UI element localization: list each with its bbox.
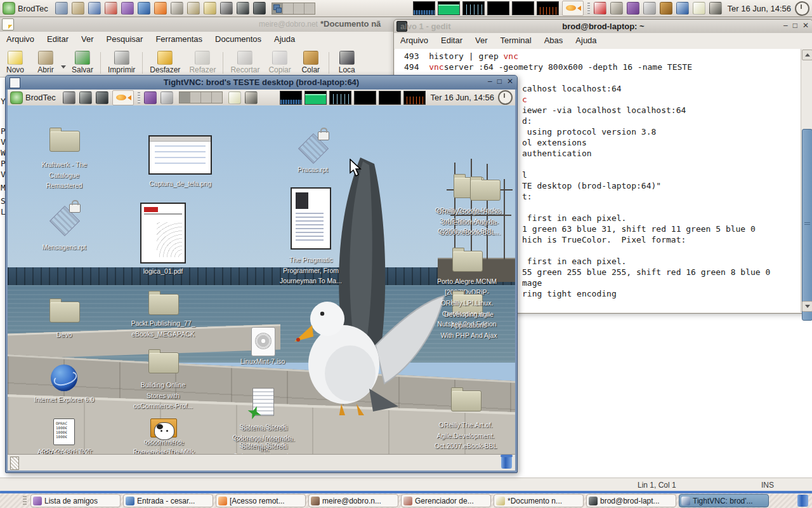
terminal-titlebar[interactable]: alvo 1 - gedit brod@brod-laptop: ~ –□✕: [394, 20, 812, 34]
calculator-icon[interactable]: [237, 2, 249, 15]
taskbar-button-tightvnc-brod-[interactable]: TightVNC: brod'...: [679, 494, 769, 507]
vnc-desktop-area[interactable]: Kraftwerk - TheCatalogueRemasteredCaptur…: [8, 105, 515, 454]
terminal-scrollbar[interactable]: [801, 49, 812, 312]
desktop-icon-kraftwerk[interactable]: [49, 131, 80, 152]
gedit-menu-arquivo[interactable]: Arquivo: [0, 32, 41, 48]
desktop-icon-linuxmint-iso[interactable]: [251, 327, 275, 356]
desktop-icon-oreilly-agile[interactable]: [451, 391, 481, 411]
workspace-cell[interactable]: [294, 3, 304, 14]
taskbar-button--acesso-remot-[interactable]: [Acesso remot...: [216, 494, 306, 507]
taskbar-button--documento-n-[interactable]: *Documento n...: [494, 494, 584, 507]
vnc-panel-clock[interactable]: Ter 16 Jun, 14:56: [431, 93, 494, 102]
toolbar-abrir-button[interactable]: Abrir: [30, 50, 61, 75]
java-icon[interactable]: [105, 2, 117, 15]
settings-gear-icon[interactable]: [627, 2, 639, 15]
workspace-cell[interactable]: [201, 92, 212, 103]
desktop-icon-porto-alegre[interactable]: [452, 251, 483, 272]
vnc-workspace-switcher[interactable]: [179, 91, 223, 104]
terminal-menu-ajuda[interactable]: Ajuda: [569, 33, 603, 49]
taskbar-button-gerenciador-de-[interactable]: Gerenciador de...: [401, 494, 491, 507]
taskbar-button-meire-dobro-n-[interactable]: meire@dobro.n...: [308, 494, 398, 507]
desktop-icon-oreilly-google-hacks[interactable]: [470, 180, 501, 201]
taskbar-button-lista-de-amigos[interactable]: Lista de amigos: [30, 494, 121, 507]
toolbar-salvar-button[interactable]: Salvar: [67, 50, 98, 75]
pidgin-icon[interactable]: [121, 2, 134, 15]
workspace-switcher[interactable]: [272, 3, 315, 15]
gedit-menu-documentos[interactable]: Documentos: [209, 32, 268, 48]
power-button-icon[interactable]: [795, 1, 809, 16]
vnc-close-button[interactable]: ✕: [507, 77, 513, 86]
vnc-mint-menu-icon[interactable]: [10, 91, 23, 104]
notes-icon[interactable]: [204, 2, 216, 15]
terminal-icon[interactable]: [253, 2, 266, 15]
taskbar-button-entrada-cesar-[interactable]: Entrada - cesar...: [123, 494, 213, 507]
panel-clock[interactable]: Ter 16 Jun, 14:56: [728, 4, 791, 13]
terminal-menu-terminal[interactable]: Terminal: [494, 33, 538, 49]
calculator-icon[interactable]: [79, 91, 92, 104]
workspace-cell[interactable]: [304, 3, 315, 14]
thunderbird-icon[interactable]: [138, 2, 150, 15]
panel-menu-label[interactable]: BrodTec: [18, 4, 48, 13]
evolution-icon[interactable]: [171, 2, 183, 15]
pen-icon[interactable]: [63, 91, 75, 104]
mail-icon[interactable]: [187, 2, 200, 15]
trash-icon[interactable]: [797, 495, 808, 507]
scrollbar-thumb[interactable]: [802, 129, 812, 321]
screen-icon[interactable]: [55, 2, 68, 15]
vnc-panel-menu-label[interactable]: BrodTec: [25, 93, 56, 102]
workspace-cell[interactable]: [283, 3, 294, 14]
scroll-up-icon[interactable]: [802, 50, 812, 60]
gedit-menu-ferramentas[interactable]: Ferramentas: [149, 32, 209, 48]
taskbar-button-brod-brod-lapt-[interactable]: brod@brod-lapt...: [586, 494, 676, 507]
desktop-icon-internet-explorer[interactable]: [51, 364, 77, 391]
volume-icon[interactable]: [245, 91, 258, 104]
vnc-minimize-button[interactable]: –: [488, 77, 492, 86]
toolbar-imprimir-button[interactable]: Imprimir: [103, 50, 140, 75]
workspace-cell[interactable]: [180, 92, 190, 103]
fish-applet-icon[interactable]: [562, 1, 584, 16]
terminal-icon[interactable]: [96, 91, 108, 104]
printer-icon[interactable]: [160, 91, 173, 104]
scroll-down-icon[interactable]: [802, 301, 812, 312]
signal-bars-icon[interactable]: [676, 2, 689, 15]
search-icon[interactable]: [610, 2, 623, 15]
toolbar-novo-button[interactable]: Novo: [0, 50, 30, 75]
taskbar-handle[interactable]: [23, 496, 27, 506]
terminal-close-button[interactable]: ✕: [802, 21, 809, 30]
terminal-menu-editar[interactable]: Editar: [435, 33, 469, 49]
gedit-menu-pesquisar[interactable]: Pesquisar: [100, 32, 150, 48]
workspace-cell[interactable]: [190, 92, 201, 103]
gedit-menu-ajuda[interactable]: Ajuda: [268, 32, 301, 48]
gedit-menu-editar[interactable]: Editar: [41, 32, 75, 48]
pen-icon[interactable]: [220, 2, 233, 15]
terminal-minimize-button[interactable]: –: [783, 21, 788, 30]
vnc-maximize-button[interactable]: □: [497, 77, 502, 86]
desktop-icon-apraga-txt[interactable]: OPRAC1000€1000€1000€: [53, 418, 75, 445]
wallet-lock-icon[interactable]: [660, 2, 672, 15]
trash-icon[interactable]: [501, 457, 512, 469]
im-status-icon[interactable]: [594, 2, 606, 15]
terminal-menu-arquivo[interactable]: Arquivo: [394, 33, 435, 49]
mint-menu-icon[interactable]: [3, 2, 15, 15]
fish-applet-icon[interactable]: [112, 90, 134, 105]
terminal-menu-ver[interactable]: Ver: [469, 33, 494, 49]
home-folder-icon[interactable]: [72, 2, 84, 15]
terminal-maximize-button[interactable]: □: [793, 21, 797, 30]
settings-gear-icon[interactable]: [144, 91, 157, 104]
show-desktop-button[interactable]: [10, 457, 19, 470]
desktop-icon-devo[interactable]: [49, 302, 80, 323]
vnc-power-button-icon[interactable]: [498, 90, 513, 105]
desktop-icon-captura-de-tela[interactable]: [148, 135, 212, 175]
gedit-menu-ver[interactable]: Ver: [75, 32, 100, 48]
printer-icon[interactable]: [643, 2, 656, 15]
brightness-icon[interactable]: [693, 2, 705, 15]
volume-icon[interactable]: [709, 2, 722, 15]
toolbar-desfazer-button[interactable]: Desfazer: [145, 50, 185, 75]
open-dropdown-icon[interactable]: [61, 65, 66, 69]
brightness-icon[interactable]: [228, 91, 241, 104]
workspace-cell[interactable]: [272, 3, 283, 14]
vnc-titlebar[interactable]: TightVNC: brod's TESTE desktop (brod-lap…: [6, 76, 517, 90]
workspace-cell[interactable]: [212, 92, 222, 103]
toolbar-colar-button[interactable]: Colar: [296, 50, 326, 75]
screenshot-icon[interactable]: [88, 2, 101, 15]
